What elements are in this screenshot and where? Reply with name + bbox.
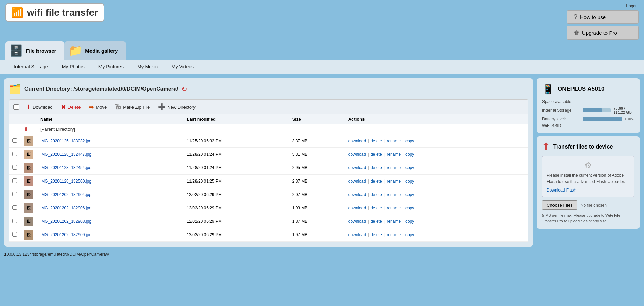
main-content: 🗂️ Current Directory: /storage/emulated/… — [0, 74, 644, 251]
refresh-icon[interactable]: ↻ — [181, 85, 187, 93]
file-panel: 🗂️ Current Directory: /storage/emulated/… — [4, 78, 533, 247]
file-actions: download | delete | rename | copy — [345, 201, 528, 215]
current-directory: 🗂️ Current Directory: /storage/emulated/… — [9, 83, 528, 95]
action-delete-link[interactable]: delete — [371, 219, 382, 224]
tab-media-gallery[interactable]: 📁 Media gallery — [64, 41, 126, 60]
action-download-link[interactable]: download — [348, 179, 366, 184]
action-rename-link[interactable]: rename — [387, 139, 401, 143]
action-delete-link[interactable]: delete — [371, 232, 382, 237]
file-size: 2.95 MB — [289, 161, 345, 175]
transfer-box: ⬆ Transfer files to device ⚙ Please inst… — [537, 136, 640, 229]
row-checkbox-6[interactable] — [12, 219, 17, 223]
file-name[interactable]: IMG_20201128_132454.jpg — [37, 161, 183, 175]
up-icon: ⬆ — [24, 126, 28, 132]
logo-box: 📶 wifi file transfer — [5, 3, 104, 22]
battery-row: Battery level: 100% — [542, 117, 634, 121]
file-name[interactable]: IMG_20201202_182908.jpg — [37, 215, 183, 228]
file-name[interactable]: IMG_20201128_132500.jpg — [37, 175, 183, 188]
action-rename-link[interactable]: rename — [387, 192, 401, 197]
transfer-title: ⬆ Transfer files to device — [542, 141, 634, 152]
sidebar-item-my-pictures[interactable]: My Pictures — [92, 60, 130, 74]
action-download-link[interactable]: download — [348, 219, 366, 224]
how-to-use-button[interactable]: ? How to use — [567, 10, 639, 24]
action-copy-link[interactable]: copy — [405, 232, 414, 237]
file-actions: download | delete | rename | copy — [345, 161, 528, 175]
action-download-link[interactable]: download — [348, 206, 366, 210]
action-copy-link[interactable]: copy — [405, 165, 414, 170]
action-copy-link[interactable]: copy — [405, 219, 414, 224]
action-rename-link[interactable]: rename — [387, 165, 401, 170]
move-button[interactable]: ➡ Move — [87, 102, 108, 111]
tab-file-browser[interactable]: 🗄️ File browser — [5, 41, 64, 60]
status-bar: 10.0.0.13:1234/storage/emulated/0/DCIM/O… — [0, 251, 644, 258]
storage-value: 76.66 / 111.22 GB — [613, 106, 634, 114]
action-copy-link[interactable]: copy — [405, 192, 414, 197]
file-name[interactable]: IMG_20201202_182909.jpg — [37, 228, 183, 242]
file-modified: 11/28/20 01:25 PM — [183, 175, 289, 188]
action-rename-link[interactable]: rename — [387, 206, 401, 210]
action-rename-link[interactable]: rename — [387, 179, 401, 184]
download-icon: ⬇ — [26, 103, 31, 111]
status-url: 10.0.0.13:1234/storage/emulated/0/DCIM/O… — [4, 252, 109, 257]
row-checkbox-5[interactable] — [12, 205, 17, 210]
file-name[interactable]: IMG_20201128_132447.jpg — [37, 148, 183, 161]
row-checkbox-3[interactable] — [12, 178, 17, 183]
download-button[interactable]: ⬇ Download — [24, 102, 54, 111]
action-copy-link[interactable]: copy — [405, 139, 414, 143]
col-name: Name — [37, 114, 183, 124]
file-modified: 12/02/20 06:29 PM — [183, 228, 289, 242]
file-size: 3.37 MB — [289, 134, 345, 148]
action-download-link[interactable]: download — [348, 139, 366, 143]
new-directory-button[interactable]: ➕ New Directory — [157, 102, 197, 111]
table-row: 🖼 IMG_20201202_182909.jpg 12/02/20 06:29… — [9, 228, 528, 242]
action-download-link[interactable]: download — [348, 152, 366, 157]
action-copy-link[interactable]: copy — [405, 152, 414, 157]
action-rename-link[interactable]: rename — [387, 232, 401, 237]
action-download-link[interactable]: download — [348, 165, 366, 170]
space-available-label: Space available — [542, 99, 634, 104]
choose-files-row: Choose Files No file chosen — [542, 200, 634, 210]
upgrade-button[interactable]: ♚ Upgrade to Pro — [567, 26, 639, 40]
sidebar-item-my-photos[interactable]: My Photos — [55, 60, 92, 74]
action-rename-link[interactable]: rename — [387, 219, 401, 224]
action-delete-link[interactable]: delete — [371, 179, 382, 184]
file-size: 1.93 MB — [289, 201, 345, 215]
action-copy-link[interactable]: copy — [405, 206, 414, 210]
action-download-link[interactable]: download — [348, 192, 366, 197]
delete-button[interactable]: ✖ Delete — [60, 102, 82, 111]
col-checkbox — [9, 114, 20, 124]
zip-icon: 🗜 — [115, 103, 121, 111]
file-name[interactable]: IMG_20201202_182904.jpg — [37, 188, 183, 201]
logout-link[interactable]: Logout — [626, 3, 639, 8]
col-modified: Last modified — [183, 114, 289, 124]
action-copy-link[interactable]: copy — [405, 179, 414, 184]
row-checkbox-7[interactable] — [12, 232, 17, 237]
action-delete-link[interactable]: delete — [371, 165, 382, 170]
action-delete-link[interactable]: delete — [371, 139, 382, 143]
action-delete-link[interactable]: delete — [371, 192, 382, 197]
sidebar-item-internal-storage[interactable]: Internal Storage — [7, 60, 55, 74]
col-actions: Actions — [345, 114, 528, 124]
select-all-checkbox[interactable] — [13, 104, 19, 110]
table-row: 🖼 IMG_20201202_182908.jpg 12/02/20 06:29… — [9, 215, 528, 228]
col-size: Size — [289, 114, 345, 124]
crown-icon: ♚ — [574, 29, 579, 36]
delete-icon: ✖ — [61, 103, 66, 111]
logo-text: wifi file transfer — [27, 7, 98, 18]
space-info: Space available Internal Storage: 76.66 … — [542, 99, 634, 128]
choose-files-button[interactable]: Choose Files — [542, 200, 577, 210]
make-zip-button[interactable]: 🗜 Make Zip File — [114, 103, 151, 111]
action-rename-link[interactable]: rename — [387, 152, 401, 157]
row-checkbox-0[interactable] — [12, 138, 17, 143]
sidebar-item-my-music[interactable]: My Music — [130, 60, 165, 74]
action-download-link[interactable]: download — [348, 232, 366, 237]
file-name[interactable]: IMG_20201125_183032.jpg — [37, 134, 183, 148]
row-checkbox-2[interactable] — [12, 165, 17, 170]
download-flash-link[interactable]: Download Flash — [547, 188, 576, 193]
sidebar-item-my-videos[interactable]: My Videos — [165, 60, 201, 74]
file-name[interactable]: IMG_20201202_182906.jpg — [37, 201, 183, 215]
row-checkbox-4[interactable] — [12, 192, 17, 196]
row-checkbox-1[interactable] — [12, 152, 17, 156]
action-delete-link[interactable]: delete — [371, 206, 382, 210]
action-delete-link[interactable]: delete — [371, 152, 382, 157]
